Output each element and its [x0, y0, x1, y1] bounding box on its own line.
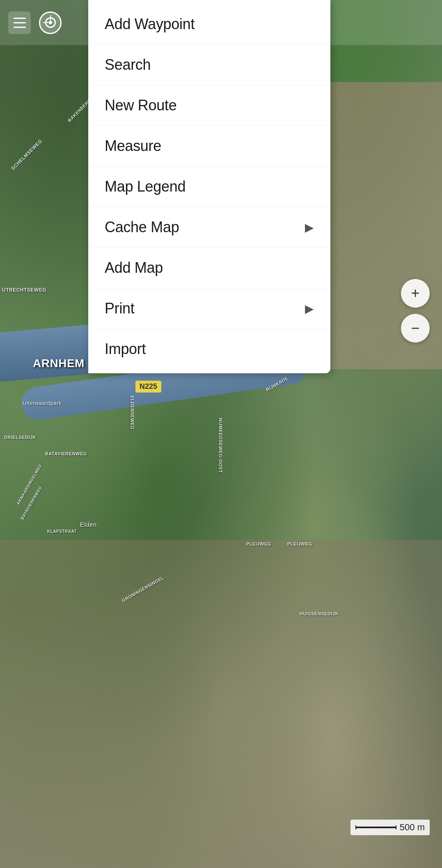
hamburger-line-3 [14, 27, 26, 28]
crosshair-dot [49, 21, 52, 24]
map-controls: + − [401, 279, 430, 349]
menu-item-measure-label: Measure [105, 137, 161, 155]
menu-item-new-route-label: New Route [105, 97, 176, 114]
menu-item-add-waypoint-label: Add Waypoint [105, 16, 195, 33]
zoom-out-icon: − [411, 320, 419, 337]
location-crosshair-icon [45, 17, 56, 28]
crosshair-h [43, 22, 50, 23]
menu-item-measure[interactable]: Measure [88, 126, 330, 167]
menu-item-add-map[interactable]: Add Map [88, 248, 330, 288]
print-arrow-icon: ▶ [305, 302, 314, 315]
cache-map-arrow-icon: ▶ [305, 221, 314, 234]
menu-item-print-label: Print [105, 300, 135, 317]
menu-item-map-legend-label: Map Legend [105, 178, 186, 195]
menu-item-add-map-label: Add Map [105, 259, 163, 276]
menu-item-new-route[interactable]: New Route [88, 85, 330, 126]
dropdown-menu: Add Waypoint Search New Route Measure Ma… [88, 0, 330, 373]
scale-label: 500 m [400, 822, 425, 833]
menu-item-search-label: Search [105, 56, 151, 73]
urban-area-bottom [0, 540, 442, 868]
scale-line [355, 827, 396, 828]
hamburger-line-2 [14, 22, 26, 23]
menu-item-import-label: Import [105, 340, 146, 358]
menu-item-search[interactable]: Search [88, 45, 330, 85]
menu-item-add-waypoint[interactable]: Add Waypoint [88, 4, 330, 45]
hamburger-line-1 [14, 18, 26, 19]
menu-item-print[interactable]: Print ▶ [88, 288, 330, 329]
road-badge-n225: N225 [135, 381, 161, 393]
menu-item-import[interactable]: Import [88, 329, 330, 369]
menu-item-map-legend[interactable]: Map Legend [88, 167, 330, 207]
road-badge-n225-text: N225 [140, 382, 157, 391]
scale-bar: 500 m [350, 820, 430, 835]
menu-item-cache-map-label: Cache Map [105, 219, 179, 236]
zoom-in-button[interactable]: + [401, 279, 430, 308]
zoom-in-icon: + [411, 285, 419, 302]
hamburger-button[interactable] [8, 11, 31, 34]
location-button[interactable] [39, 11, 62, 34]
zoom-out-button[interactable]: − [401, 314, 430, 343]
menu-item-cache-map[interactable]: Cache Map ▶ [88, 207, 330, 248]
